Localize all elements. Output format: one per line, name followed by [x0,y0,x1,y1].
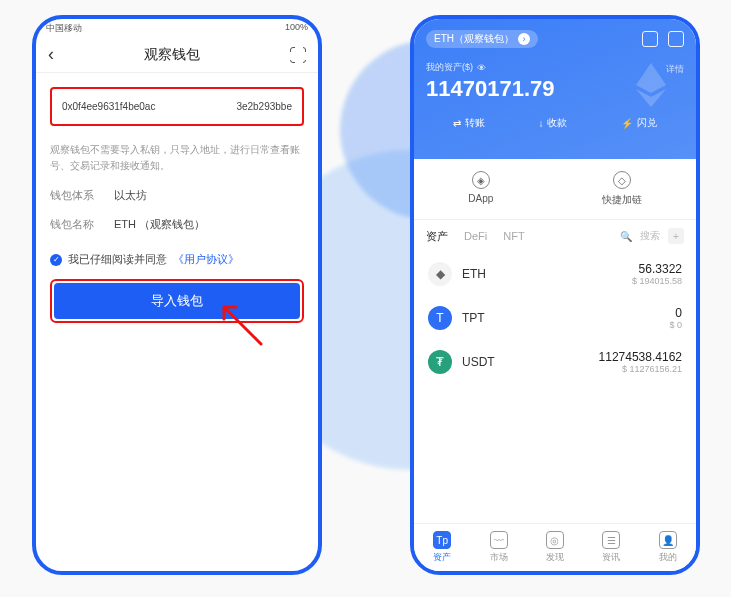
battery: 100% [285,22,308,34]
name-label: 钱包名称 [50,217,100,232]
discover-icon: ◎ [546,531,564,549]
flash-icon: ⚡ [621,118,633,129]
nav-bar: ‹ 观察钱包 [36,37,318,73]
description: 观察钱包不需要导入私钥，只导入地址，进行日常查看账号、交易记录和接收通知。 [50,142,304,174]
tab-assets[interactable]: 资产 [426,229,448,244]
import-button-highlight: 导入钱包 [50,279,304,323]
address-left: 0x0f4ee9631f4be0ac [62,101,155,112]
chain-icon: ◇ [613,171,631,189]
nav-news[interactable]: ☰资讯 [602,531,620,564]
wallet-selector[interactable]: ETH（观察钱包） › [426,30,538,48]
asset-fiat: $ 0 [669,320,682,330]
asset-fiat: $ 194015.58 [632,276,682,286]
asset-amount: 56.3322 [632,262,682,276]
tab-defi[interactable]: DeFi [464,230,487,242]
carrier: 中国移动 [46,22,82,34]
add-chain-link[interactable]: ◇ 快捷加链 [602,171,642,207]
wallet-header: ETH（观察钱包） › 我的资产($) 👁 11470171.79 详情 ⇄转账… [414,19,696,159]
asset-symbol: ETH [462,267,486,281]
swap-icon: ⇄ [453,118,461,129]
asset-symbol: USDT [462,355,495,369]
detail-link[interactable]: 详情 [666,63,684,76]
news-icon: ☰ [602,531,620,549]
asset-fiat: $ 11276156.21 [599,364,682,374]
usdt-icon: ₮ [428,350,452,374]
transfer-button[interactable]: ⇄转账 [453,116,485,130]
name-value: ETH （观察钱包） [114,217,205,232]
back-icon[interactable]: ‹ [48,44,54,65]
nav-assets[interactable]: Tp资产 [433,531,451,564]
search-icon[interactable]: 🔍 [620,231,632,242]
chevron-right-icon: › [518,33,530,45]
agreement-row[interactable]: ✓ 我已仔细阅读并同意 《用户协议》 [50,252,304,267]
wallet-icon: Tp [433,531,451,549]
bottom-nav: Tp资产 〰市场 ◎发现 ☰资讯 👤我的 [414,523,696,571]
receive-button[interactable]: ↓收款 [538,116,567,130]
menu-icon[interactable] [668,31,684,47]
tpt-icon: T [428,306,452,330]
asset-amount: 11274538.4162 [599,350,682,364]
download-icon: ↓ [538,118,543,129]
asset-row-tpt[interactable]: T TPT 0 $ 0 [414,296,696,340]
chain-field: 钱包体系 以太坊 [50,188,304,203]
nav-market[interactable]: 〰市场 [490,531,508,564]
tab-nft[interactable]: NFT [503,230,524,242]
chain-label: 钱包体系 [50,188,100,203]
phone-wallet-home: ETH（观察钱包） › 我的资产($) 👁 11470171.79 详情 ⇄转账… [410,15,700,575]
asset-symbol: TPT [462,311,485,325]
asset-tabs: 资产 DeFi NFT 🔍 搜索 + [414,220,696,252]
agreement-link[interactable]: 《用户协议》 [173,252,239,267]
name-field: 钱包名称 ETH （观察钱包） [50,217,304,232]
search-label: 搜索 [640,229,660,243]
status-bar: 中国移动 100% [36,19,318,37]
wallet-name: ETH（观察钱包） [434,32,514,46]
camera-icon[interactable] [642,31,658,47]
eye-icon[interactable]: 👁 [477,63,486,73]
agree-text: 我已仔细阅读并同意 [68,252,167,267]
swap-button[interactable]: ⚡闪兑 [621,116,657,130]
asset-amount: 0 [669,306,682,320]
user-icon: 👤 [659,531,677,549]
nav-me[interactable]: 👤我的 [659,531,677,564]
address-input[interactable]: 0x0f4ee9631f4be0ac 3e2b293bbe [50,87,304,126]
assets-label: 我的资产($) [426,61,473,74]
assets-label-row: 我的资产($) 👁 [426,61,684,74]
chain-value: 以太坊 [114,188,147,203]
asset-row-eth[interactable]: ◆ ETH 56.3322 $ 194015.58 [414,252,696,296]
scan-icon[interactable] [290,47,306,63]
chart-icon: 〰 [490,531,508,549]
nav-discover[interactable]: ◎发现 [546,531,564,564]
phone-import-wallet: 中国移动 100% ‹ 观察钱包 0x0f4ee9631f4be0ac 3e2b… [32,15,322,575]
checkmark-icon[interactable]: ✓ [50,254,62,266]
address-right: 3e2b293bbe [236,101,292,112]
compass-icon: ◈ [472,171,490,189]
asset-row-usdt[interactable]: ₮ USDT 11274538.4162 $ 11276156.21 [414,340,696,384]
add-token-button[interactable]: + [668,228,684,244]
dapp-link[interactable]: ◈ DApp [468,171,493,207]
page-title: 观察钱包 [144,46,200,64]
eth-icon: ◆ [428,262,452,286]
quick-links: ◈ DApp ◇ 快捷加链 [414,159,696,220]
import-button[interactable]: 导入钱包 [54,283,300,319]
